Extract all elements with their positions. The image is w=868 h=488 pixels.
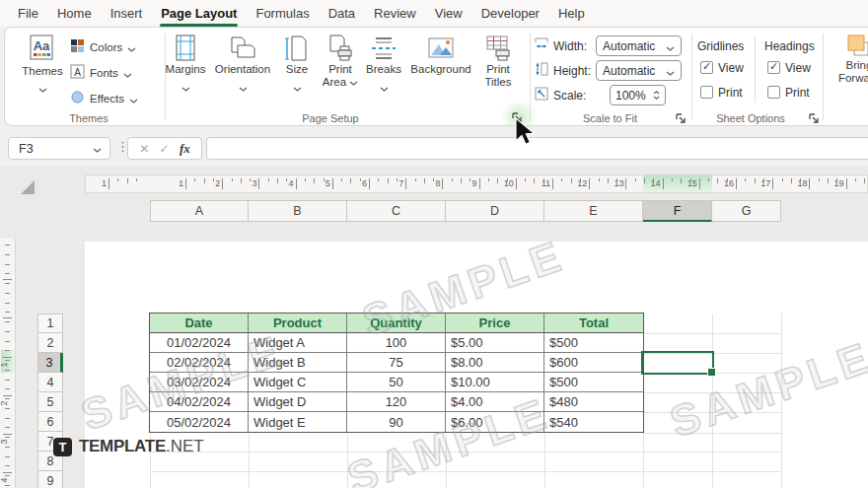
height-combo[interactable]: Automatic [596,60,682,81]
table-cell[interactable]: $500 [544,333,643,353]
gridlines-view-checkbox[interactable] [700,61,713,74]
h-ruler-number: 2 [208,178,220,188]
tab-help[interactable]: Help [558,6,585,21]
spinner-arrows-icon[interactable] [653,91,660,100]
ruler-tick [5,447,10,448]
tab-developer[interactable]: Developer [481,6,540,21]
row-header-5[interactable]: 5 [37,392,63,412]
table-cell[interactable]: 01/02/2024 [150,333,249,353]
orientation-button[interactable]: Orientation [210,34,275,96]
table-cell[interactable]: $4.00 [446,392,544,412]
h-ruler-number: 1 [172,178,183,188]
scale-spinner[interactable]: 100% [610,85,666,105]
bring-forward-button[interactable]: Bring Forward [839,34,868,85]
table-cell[interactable]: $480 [544,392,643,412]
table-cell[interactable]: $540 [544,412,643,432]
spinner-value: 100% [615,89,646,103]
row-header-6[interactable]: 6 [37,412,63,432]
row-header-9[interactable]: 9 [37,471,63,488]
svg-text:Aa: Aa [34,38,50,53]
select-all-corner[interactable] [21,180,35,194]
tab-data[interactable]: Data [328,6,355,21]
table-cell[interactable]: $8.00 [446,353,544,373]
headings-view-checkbox[interactable] [767,61,780,74]
ruler-tick [5,380,10,381]
ruler-tick [3,472,12,473]
h-ruler-number: 15 [686,178,697,188]
table-cell[interactable]: 02/02/2024 [150,353,249,373]
tab-review[interactable]: Review [374,6,416,21]
headings-print-checkbox[interactable] [767,86,780,99]
print-titles-label: Titles [484,76,511,89]
fill-handle[interactable] [707,368,716,377]
column-header-e[interactable]: E [544,200,643,222]
table-cell[interactable]: $600 [544,353,643,373]
ruler-tick [791,178,792,183]
ruler-tick [5,293,10,294]
tab-view[interactable]: View [435,6,463,21]
tab-formulas[interactable]: Formulas [255,6,309,21]
ruler-tick [5,254,10,255]
breaks-button[interactable]: Breaks [361,34,406,96]
size-button[interactable]: Size [277,34,317,96]
column-header-d[interactable]: D [446,200,544,222]
row-header-2[interactable]: 2 [37,333,63,353]
themes-button[interactable]: Aa Themes [17,33,68,109]
sheet-options-dialog-launcher[interactable] [807,111,821,125]
table-cell[interactable]: Widget E [249,412,347,432]
row-header-4[interactable]: 4 [37,373,63,392]
insert-function-icon[interactable]: fx [180,141,190,157]
tab-insert[interactable]: Insert [110,6,143,21]
table-cell[interactable]: 04/02/2024 [150,392,249,412]
table-cell[interactable]: $500 [544,373,643,392]
table-cell[interactable]: $6.00 [446,412,544,432]
template-net-logo: T TEMPLATE.NET [53,437,204,456]
row-header-1[interactable]: 1 [37,314,63,333]
column-header-g[interactable]: G [712,200,781,222]
gridlines-print-checkbox[interactable] [700,86,713,99]
background-button[interactable]: Background [406,34,475,76]
row-header-3[interactable]: 3 [37,353,63,373]
ruler-tick [185,178,186,189]
h-ruler-number: 1 [95,178,107,188]
table-cell[interactable]: Widget A [249,333,347,353]
enter-icon[interactable]: ✓ [160,142,170,156]
column-header-a[interactable]: A [150,200,249,222]
table-cell[interactable]: $10.00 [446,373,544,392]
margins-button[interactable]: Margins [160,34,211,96]
fonts-button[interactable]: AFonts [70,61,165,85]
table-cell[interactable]: 75 [347,353,446,373]
table-cell[interactable]: 120 [347,392,446,412]
table-cell[interactable]: 05/02/2024 [150,412,249,432]
tab-home[interactable]: Home [57,6,92,21]
tab-file[interactable]: File [18,6,38,21]
table-cell[interactable]: 100 [347,333,446,353]
width-combo[interactable]: Automatic [596,35,682,56]
chevron-down-icon [239,78,248,96]
scale-to-fit-dialog-launcher[interactable] [674,111,687,125]
table-cell[interactable]: Widget D [249,392,347,412]
column-header-f[interactable]: F [643,200,712,222]
name-box[interactable]: F3 [8,137,110,160]
table-cell[interactable]: 50 [347,373,446,392]
selected-cell-F3[interactable] [641,351,714,375]
table-cell[interactable]: Widget C [249,373,347,392]
cancel-icon[interactable]: ✕ [139,142,149,156]
column-header-b[interactable]: B [249,200,347,222]
table-cell[interactable]: 03/02/2024 [150,373,249,392]
effects-button[interactable]: Effects [70,87,165,110]
column-header-c[interactable]: C [347,200,446,222]
gridline [150,471,781,472]
print-area-button[interactable]: PrintArea [318,34,363,89]
ruler-tick [369,178,370,189]
table-cell[interactable]: 90 [347,412,446,432]
print-titles-button[interactable]: PrintTitles [475,34,521,89]
table-cell[interactable]: Widget B [249,353,347,373]
table-cell[interactable]: $5.00 [446,333,544,353]
colors-button[interactable]: Colors [70,35,165,59]
h-ruler-number: 16 [722,178,734,188]
ruler-tick [828,178,829,183]
orientation-label: Orientation [215,63,270,76]
ruler-tick [635,178,636,181]
tab-page-layout[interactable]: Page Layout [161,6,237,21]
